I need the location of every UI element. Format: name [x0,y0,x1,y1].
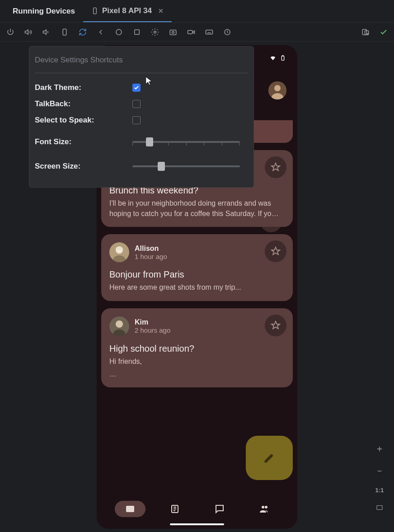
svg-point-24 [116,320,123,328]
nav-chat[interactable] [204,501,235,517]
compose-fab[interactable] [246,436,293,480]
email-card[interactable]: Allison 1 hour ago Bonjour from Paris He… [101,234,293,301]
email-time: 2 hours ago [135,326,170,334]
status-bar [269,54,286,63]
avatar [109,316,129,336]
fit-screen-button[interactable] [375,504,384,514]
divider [35,73,248,73]
tab-device[interactable]: Pixel 8 API 34 ✕ [83,0,172,22]
dark-theme-label: Dark Theme: [35,83,132,92]
settings-shortcut-icon[interactable] [150,27,160,37]
close-icon[interactable]: ✕ [158,7,164,14]
select-to-speak-checkbox[interactable] [132,116,141,124]
email-time: 1 hour ago [135,253,167,260]
sender-name: Kim [135,318,170,326]
svg-point-28 [262,506,264,508]
svg-rect-5 [170,30,176,35]
svg-point-12 [367,33,368,34]
zoom-out-button[interactable]: － [375,465,384,477]
nav-inbox[interactable] [115,501,145,517]
talkback-checkbox[interactable] [132,100,141,108]
screen-size-slider[interactable] [132,161,240,172]
battery-icon [279,54,286,63]
screen-size-label: Screen Size: [35,162,132,171]
phone-icon [91,7,98,14]
more-icon[interactable] [222,27,232,37]
wifi-icon [269,54,277,63]
svg-rect-8 [206,30,213,34]
svg-rect-3 [135,29,140,34]
sender-name: Allison [135,245,167,253]
device-settings-popup: Device Settings Shortcuts Dark Theme: Ta… [29,46,254,188]
email-body: Here are some great shots from my trip..… [109,282,285,292]
email-body-extra: … [109,369,285,379]
svg-rect-30 [377,506,382,510]
svg-point-15 [274,85,281,91]
mouse-cursor [145,76,153,87]
toolbar [0,23,394,42]
star-button[interactable] [265,240,286,262]
email-body: I'll be in your neighborhood doing erran… [109,198,285,219]
star-button[interactable] [265,315,286,336]
tab-device-label: Pixel 8 API 34 [102,6,152,15]
email-subject: High school reunion? [109,344,285,354]
font-size-label: Font Size: [35,137,132,146]
email-card[interactable]: Kim 2 hours ago High school reunion? Hi … [101,308,293,388]
svg-rect-26 [126,506,134,512]
devices-icon[interactable] [361,27,371,37]
popup-title: Device Settings Shortcuts [35,56,248,65]
screenshot-icon[interactable] [168,27,178,37]
zoom-ratio[interactable]: 1:1 [375,487,384,494]
dark-theme-checkbox[interactable] [132,84,141,92]
volume-down-icon[interactable] [42,27,52,37]
nav-articles[interactable] [159,501,190,517]
zoom-controls: ＋ － 1:1 [375,443,384,514]
svg-point-6 [172,31,174,33]
email-subject: Bonjour from Paris [109,269,285,280]
rotate-left-icon[interactable] [60,27,70,37]
power-icon[interactable] [5,27,15,37]
tab-running-devices-label: Running Devices [13,7,75,16]
record-icon[interactable] [186,27,196,37]
bottom-navigation [97,501,297,517]
svg-rect-7 [188,30,193,34]
svg-rect-1 [63,29,66,35]
svg-rect-0 [94,8,97,14]
svg-point-4 [154,31,156,33]
svg-rect-13 [281,56,284,60]
overview-icon[interactable] [132,27,142,37]
rotate-right-icon[interactable] [78,27,88,37]
svg-point-29 [265,506,267,508]
volume-up-icon[interactable] [23,27,33,37]
nav-people[interactable] [249,501,280,517]
tabs-bar: Running Devices Pixel 8 API 34 ✕ [0,0,394,23]
keyboard-icon[interactable] [204,27,214,37]
check-icon[interactable] [379,27,389,37]
email-body: Hi friends, [109,357,285,367]
avatar [109,242,129,262]
home-icon[interactable] [114,27,124,37]
tab-running-devices[interactable]: Running Devices [5,0,83,22]
talkback-label: TalkBack: [35,99,132,108]
home-indicator[interactable] [170,523,224,525]
pencil-icon [263,452,276,464]
svg-point-2 [116,29,122,35]
select-to-speak-label: Select to Speak: [35,116,132,125]
profile-avatar[interactable] [268,81,286,99]
zoom-in-button[interactable]: ＋ [375,443,384,455]
font-size-slider[interactable] [132,137,240,147]
back-icon[interactable] [96,27,106,37]
